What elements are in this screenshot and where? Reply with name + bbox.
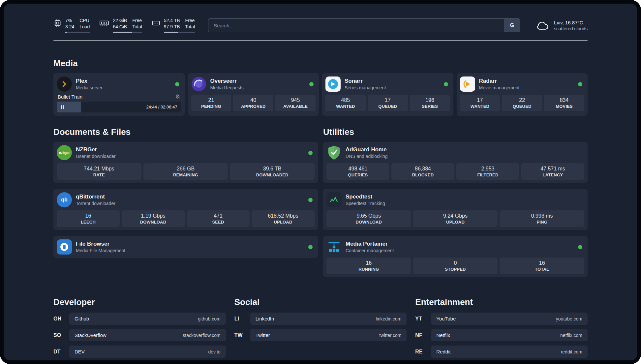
nzbget-icon: nzbget xyxy=(57,145,72,160)
speedtest-card: Speedtest Speedtest Tracking 9.65 Gbps D… xyxy=(323,189,588,230)
playback-progress-bar[interactable]: 24:44 / 02:06:47 xyxy=(57,102,181,112)
stat-label: APPROVED xyxy=(234,104,272,109)
qbittorrent-card: qb qBittorrent Torrent downloader 16 LEE… xyxy=(53,189,318,230)
section-title-media: Media xyxy=(53,58,588,69)
documents-column: Documents & Files nzbget NZBGet Usenet d… xyxy=(53,127,318,283)
media-card-grid: Plex Media server Bullet Train ⚙ 24:44 /… xyxy=(53,73,588,116)
bookmark-name: Reddit xyxy=(436,349,450,354)
disk-label-bottom: Total xyxy=(185,24,195,30)
status-dot xyxy=(578,245,582,249)
bookmark-link-youtube[interactable]: YouTube youtube.com xyxy=(431,313,588,325)
stat-box: 485 WANTED xyxy=(325,95,366,111)
stat-value: 471 xyxy=(188,213,248,219)
app-name: Overseerr xyxy=(210,78,310,84)
bookmark-name: LinkedIn xyxy=(256,316,274,321)
memory-free-value: 22 GiB xyxy=(113,17,127,23)
sonarr-header[interactable]: Sonarr Series management xyxy=(325,76,450,92)
pause-icon[interactable] xyxy=(61,105,65,109)
status-dot xyxy=(308,198,313,202)
stat-box: 16 TOTAL xyxy=(500,258,584,274)
qbittorrent-icon: qb xyxy=(57,192,72,207)
now-playing-title: Bullet Train xyxy=(58,94,82,100)
bookmarks-grid: Developer GH Github github.com SO StackO… xyxy=(53,297,588,360)
stat-value: 40 xyxy=(234,97,272,103)
stat-label: UPLOAD xyxy=(253,220,313,225)
search-engine-button[interactable]: G xyxy=(504,19,520,32)
portainer-crane-icon xyxy=(326,239,342,255)
app-name: Plex xyxy=(76,78,175,84)
stat-label: QUEUED xyxy=(369,104,407,109)
qbittorrent-stats: 16 LEECH 1.19 Gbps DOWNLOAD 471 SEED 618… xyxy=(57,210,315,227)
bookmark-name: Twitter xyxy=(256,332,270,338)
bookmark-link-reddit[interactable]: Reddit reddit.com xyxy=(431,346,588,358)
stat-box: 2,953 FILTERED xyxy=(456,163,519,180)
overseerr-header[interactable]: Overseerr Media Requests xyxy=(191,76,316,92)
window-frame: 7% 3.24 CPU Load xyxy=(0,0,641,364)
bookmark-abbr: GH xyxy=(53,316,69,322)
nzbget-header[interactable]: nzbget NZBGet Usenet downloader xyxy=(57,145,315,160)
bookmark-abbr: TW xyxy=(234,332,250,338)
cpu-percent: 7% xyxy=(65,17,74,23)
stat-box: 39.6 TB DOWNLOADED xyxy=(230,163,315,180)
settings-gear-icon[interactable]: ⚙ xyxy=(175,94,180,100)
app-name: qBittorrent xyxy=(76,194,308,200)
stat-box: 17 WANTED xyxy=(460,95,500,111)
qbittorrent-header[interactable]: qb qBittorrent Torrent downloader xyxy=(57,192,315,207)
bookmark-row: RE Reddit reddit.com xyxy=(415,346,588,358)
bookmark-link-dev[interactable]: DEV dev.to xyxy=(69,346,226,358)
sonarr-icon xyxy=(325,76,341,92)
stat-value: 945 xyxy=(277,97,314,103)
stat-value: 485 xyxy=(327,97,364,103)
plex-header[interactable]: Plex Media server xyxy=(57,76,181,92)
nzbget-card: nzbget NZBGet Usenet downloader 744.21 M… xyxy=(53,142,318,183)
bookmark-name: Github xyxy=(75,316,89,321)
weather-location: Lviv, 16.87°C xyxy=(554,19,588,26)
filebrowser-header[interactable]: File Browser Media File Management xyxy=(57,239,315,255)
stat-label: UPLOAD xyxy=(414,220,497,225)
app-name: Radarr xyxy=(479,78,578,84)
app-subtitle: Speedtest Tracking xyxy=(346,201,584,206)
stat-box: 1.19 Gbps DOWNLOAD xyxy=(122,210,185,227)
portainer-stats: 16 RUNNING 0 STOPPED 16 TOTAL xyxy=(326,258,584,274)
speedtest-header[interactable]: Speedtest Speedtest Tracking xyxy=(326,192,584,207)
stat-label: PING xyxy=(501,220,583,225)
section-title-documents: Documents & Files xyxy=(53,127,318,137)
app-subtitle: Torrent downloader xyxy=(76,201,308,206)
stat-label: SERIES xyxy=(411,104,449,109)
disk-free-value: 52.4 TB xyxy=(164,17,180,23)
section-title-social: Social xyxy=(234,297,407,307)
adguard-header[interactable]: AdGuard Home DNS and adblocking xyxy=(326,145,584,160)
dashboard-panel: 7% 3.24 CPU Load xyxy=(4,4,637,360)
stat-box: 16 LEECH xyxy=(57,210,120,227)
bookmark-link-linkedin[interactable]: LinkedIn linkedin.com xyxy=(250,313,407,325)
radarr-header[interactable]: Radarr Movie management xyxy=(460,76,585,92)
stat-label: FILTERED xyxy=(458,172,518,177)
bookmark-url: reddit.com xyxy=(561,349,582,354)
bookmark-link-netflix[interactable]: Netflix netflix.com xyxy=(431,329,588,341)
stat-box: 9.65 Gbps DOWNLOAD xyxy=(326,210,411,227)
stat-box: 266 GB REMAINING xyxy=(143,163,228,180)
adguard-stats: 498,461 QUERIES 86,384 BLOCKED 2,953 FIL… xyxy=(326,163,584,180)
stat-value: 16 xyxy=(328,260,410,266)
bookmark-url: dev.to xyxy=(208,349,221,354)
overseerr-stats: 21 PENDING 40 APPROVED 945 AVAILABLE xyxy=(191,95,316,111)
bookmark-link-stackoverflow[interactable]: StackOverflow stackoverflow.com xyxy=(69,329,226,341)
stat-value: 0.993 ms xyxy=(501,213,583,219)
cpu-label-bottom: Load xyxy=(79,24,90,30)
bookmark-row: LI LinkedIn linkedin.com xyxy=(234,313,407,325)
stat-box: 471 SEED xyxy=(187,210,250,227)
search-input[interactable] xyxy=(208,19,504,32)
bookmark-row: SO StackOverflow stackoverflow.com xyxy=(53,329,226,341)
app-subtitle: Container management xyxy=(346,248,578,253)
stat-label: DOWNLOAD xyxy=(328,220,410,225)
bookmark-link-github[interactable]: Github github.com xyxy=(69,313,226,325)
bookmark-link-twitter[interactable]: Twitter twitter.com xyxy=(250,329,407,341)
stat-value: 618.52 Mbps xyxy=(253,213,313,219)
bookmark-abbr: LI xyxy=(234,316,250,322)
stat-box: 618.52 Mbps UPLOAD xyxy=(252,210,315,227)
nzbget-stats: 744.21 Mbps RATE 266 GB REMAINING 39.6 T… xyxy=(57,163,315,180)
bookmark-abbr: NF xyxy=(415,332,431,338)
bookmark-row: GH Github github.com xyxy=(53,313,226,325)
portainer-header[interactable]: Media Portainer Container management xyxy=(326,239,584,255)
app-subtitle: Usenet downloader xyxy=(76,154,308,159)
